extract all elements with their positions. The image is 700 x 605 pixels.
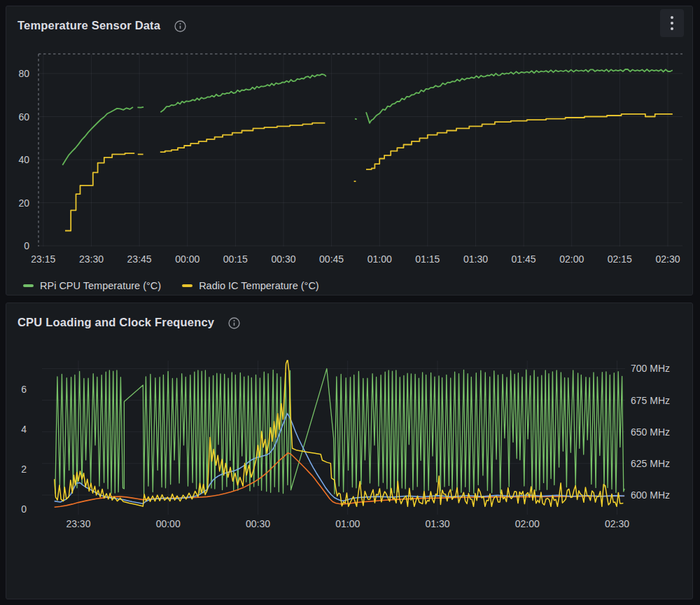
legend-label: Radio IC Temperature (°C)	[199, 280, 319, 291]
panel-menu-kebab-icon[interactable]	[660, 9, 684, 37]
panel-header[interactable]: Temperature Sensor Data	[18, 19, 186, 32]
panel-title[interactable]: Temperature Sensor Data	[18, 19, 160, 32]
panel-header[interactable]: CPU Loading and Clock Frequency	[18, 316, 240, 329]
info-circle-icon[interactable]	[174, 20, 186, 32]
legend-label: RPi CPU Temperature (°C)	[40, 280, 161, 291]
info-circle-icon[interactable]	[228, 317, 240, 329]
legend-color-pill	[23, 284, 34, 288]
panel-cpu-loading-clock-frequency: CPU Loading and Clock Frequency Load Ave…	[6, 302, 693, 599]
panel-temperature-sensor-data: Temperature Sensor Data RPi CPU Temperat…	[6, 6, 693, 295]
legend-item-radio-ic-temperature[interactable]: Radio IC Temperature (°C)	[182, 280, 319, 291]
grafana-dashboard: { "icons": {"panel_info": "info-circle-i…	[0, 0, 700, 605]
legend-item-rpi-cpu-temperature[interactable]: RPi CPU Temperature (°C)	[23, 280, 161, 291]
panel-title[interactable]: CPU Loading and Clock Frequency	[18, 316, 214, 329]
legend-color-pill	[182, 284, 192, 288]
legend-temperature: RPi CPU Temperature (°C) Radio IC Temper…	[23, 280, 319, 291]
